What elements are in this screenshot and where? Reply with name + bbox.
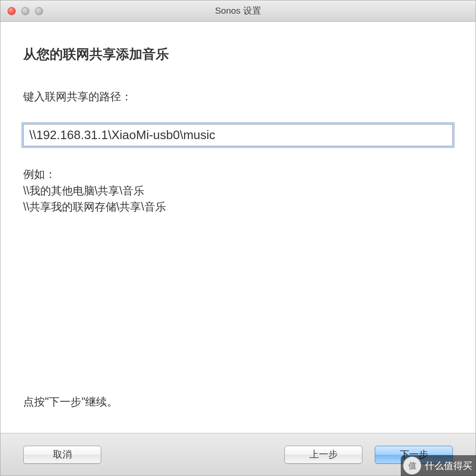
settings-window: Sonos 设置 从您的联网共享添加音乐 键入联网共享的路径： 例如： \\我的… [0,0,476,476]
content-area: 从您的联网共享添加音乐 键入联网共享的路径： 例如： \\我的其他电脑\共享\音… [0,22,476,433]
example-label: 例如： [23,166,453,183]
example-block: 例如： \\我的其他电脑\共享\音乐 \\共享我的联网存储\共享\音乐 [23,166,453,215]
zoom-icon[interactable] [35,7,43,15]
instruction-text: 点按"下一步"继续。 [23,395,453,409]
example-line-1: \\我的其他电脑\共享\音乐 [23,183,453,199]
page-heading: 从您的联网共享添加音乐 [23,45,453,63]
titlebar[interactable]: Sonos 设置 [0,0,476,22]
cancel-button[interactable]: 取消 [23,446,101,464]
network-path-input[interactable] [23,124,453,146]
watermark-badge-icon: 值 [403,457,421,475]
path-field-label: 键入联网共享的路径： [23,89,453,104]
watermark: 值 什么值得买 [401,455,476,476]
window-title: Sonos 设置 [215,5,261,17]
close-icon[interactable] [8,7,16,15]
traffic-lights [8,7,43,15]
back-button[interactable]: 上一步 [284,446,362,464]
watermark-text: 什么值得买 [425,459,472,472]
minimize-icon[interactable] [21,7,29,15]
example-line-2: \\共享我的联网存储\共享\音乐 [23,199,453,215]
